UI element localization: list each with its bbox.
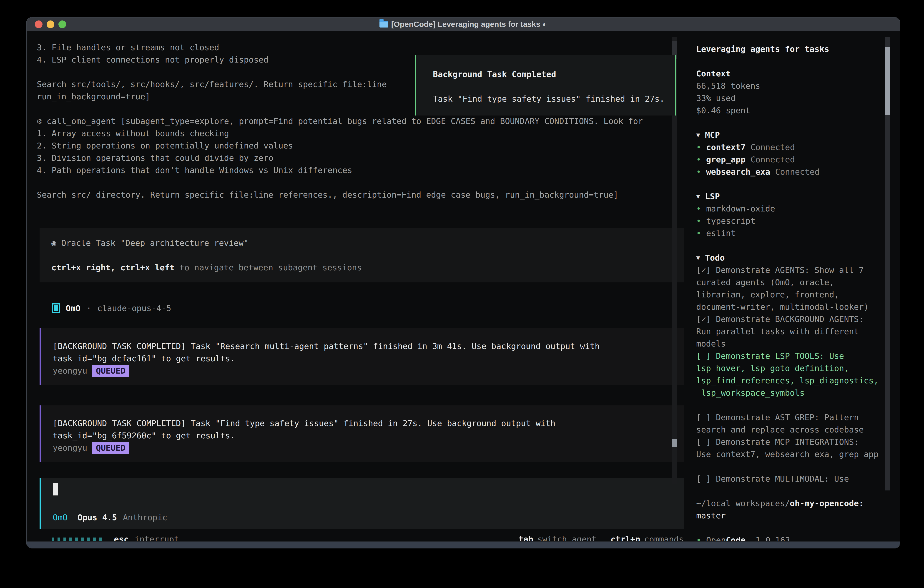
minimize-button[interactable] (46, 20, 54, 28)
context-used: 33% used (696, 92, 881, 104)
context-heading: Context (696, 68, 891, 80)
task-message: [BACKGROUND TASK COMPLETED] Task "Find t… (53, 417, 675, 442)
notification-title: Background Task Completed (433, 68, 675, 81)
oracle-task-title: ◉ Oracle Task "Deep architecture review" (51, 237, 675, 249)
notification-body: Task "Find type safety issues" finished … (433, 93, 675, 105)
tool-call-message: ⚙ call_omo_agent [subagent_type=explore,… (37, 115, 684, 201)
mcp-status: Connected (751, 141, 795, 154)
sidebar-scrollbar[interactable] (885, 37, 890, 491)
mcp-section-toggle[interactable]: ▼ MCP (696, 129, 891, 141)
screen: [OpenCode] Leveraging agents for tasks ◐… (0, 0, 924, 588)
mcp-item: • websearch_exa Connected (696, 166, 891, 178)
agent-separator: · (86, 302, 91, 314)
queued-badge: QUEUED (92, 442, 129, 454)
active-agent-label: OmO (53, 511, 68, 524)
context-spent: $0.46 spent (696, 104, 881, 117)
green-dot-icon: • (696, 227, 701, 239)
hint-text: to navigate between subagent sessions (175, 263, 362, 272)
chevron-down-icon: ▼ (696, 190, 700, 203)
green-dot-icon: • (696, 166, 701, 178)
hint-keys: ctrl+x right, ctrl+x left (51, 263, 175, 272)
oracle-task-card[interactable]: ◉ Oracle Task "Deep architecture review"… (40, 228, 684, 282)
model-status-line: OmO Opus 4.5 Anthropic (53, 511, 675, 524)
close-button[interactable] (35, 20, 43, 28)
agent-name: OmO (66, 302, 81, 314)
text-cursor (53, 483, 58, 496)
todo-item-active: [ ] Demonstrate LSP TOOLS: Use lsp_hover… (696, 350, 881, 399)
prompt-input[interactable]: OmO Opus 4.5 Anthropic (40, 478, 684, 529)
git-branch: master (696, 511, 726, 520)
opencode-window: [OpenCode] Leveraging agents for tasks ◐… (26, 17, 900, 548)
model-provider-label: Anthropic (123, 511, 167, 524)
green-dot-icon: • (696, 203, 701, 215)
window-bottom-frame (26, 541, 900, 548)
context-tokens: 66,518 tokens (696, 80, 881, 92)
folder-icon (380, 21, 388, 28)
model-version-label: Opus 4.5 (78, 511, 117, 524)
omo-agent-icon (52, 303, 60, 313)
chevron-down-icon: ▼ (696, 252, 700, 264)
titlebar: [OpenCode] Leveraging agents for tasks ◐ (26, 18, 900, 31)
oracle-navigation-hint: ctrl+x right, ctrl+x left to navigate be… (51, 261, 675, 274)
agent-model: claude-opus-4-5 (97, 302, 171, 314)
lsp-heading: LSP (705, 190, 720, 203)
sidebar-scrollbar-thumb[interactable] (885, 47, 890, 115)
toast-notification[interactable]: Background Task Completed Task "Find typ… (415, 55, 676, 116)
mcp-item: • grep_app Connected (696, 154, 891, 166)
mcp-status: Connected (775, 166, 819, 178)
workspace-path: ~/local-workspaces/oh-my-opencode:master (696, 497, 881, 522)
todo-section-toggle[interactable]: ▼ Todo (696, 252, 891, 264)
record-icon: ◉ (51, 238, 61, 248)
spinner-dots-icon (52, 537, 102, 541)
task-message: [BACKGROUND TASK COMPLETED] Task "Resear… (53, 340, 675, 365)
green-dot-icon: • (696, 215, 701, 227)
task-user: yeongyu (53, 365, 87, 377)
chat-scrollbar-thumb[interactable] (672, 439, 677, 447)
tool-call-text: call_omo_agent [subagent_type=explore, p… (37, 116, 643, 200)
mcp-status: Connected (751, 154, 795, 166)
queued-badge: QUEUED (92, 365, 129, 377)
background-task-card[interactable]: [BACKGROUND TASK COMPLETED] Task "Find t… (40, 405, 684, 462)
lsp-item: • typescript (696, 215, 891, 227)
todo-item-done: [✓] Demonstrate BACKGROUND AGENTS: Run p… (696, 313, 881, 350)
green-dot-icon: • (696, 141, 701, 154)
zoom-button[interactable] (58, 20, 66, 28)
todo-item-done: [✓] Demonstrate AGENTS: Show all 7 curat… (696, 264, 881, 313)
lsp-item: • eslint (696, 227, 891, 239)
gear-icon: ⚙ (37, 116, 46, 126)
background-task-card[interactable]: [BACKGROUND TASK COMPLETED] Task "Resear… (40, 328, 684, 385)
window-title-wrap: [OpenCode] Leveraging agents for tasks ◐ (380, 18, 547, 30)
agent-header: OmO · claude-opus-4-5 (52, 302, 684, 314)
session-title: Leveraging agents for tasks (696, 43, 891, 55)
todo-item-pending: [ ] Demonstrate MULTIMODAL: Use (696, 473, 881, 485)
lsp-section-toggle[interactable]: ▼ LSP (696, 190, 891, 203)
mcp-item: • context7 Connected (696, 141, 891, 154)
sidebar: Leveraging agents for tasks Context 66,5… (696, 31, 891, 543)
green-dot-icon: • (696, 154, 701, 166)
todo-item-pending: [ ] Demonstrate MCP INTEGRATIONS: Use co… (696, 436, 881, 461)
traffic-lights (35, 20, 66, 28)
window-title: [OpenCode] Leveraging agents for tasks ◐ (391, 18, 547, 30)
todo-heading: Todo (705, 252, 725, 264)
chevron-down-icon: ▼ (696, 129, 700, 141)
task-user: yeongyu (53, 442, 87, 454)
mcp-heading: MCP (705, 129, 720, 141)
todo-item-pending: [ ] Demonstrate AST-GREP: Pattern search… (696, 411, 881, 436)
lsp-item: • markdown-oxide (696, 203, 891, 215)
